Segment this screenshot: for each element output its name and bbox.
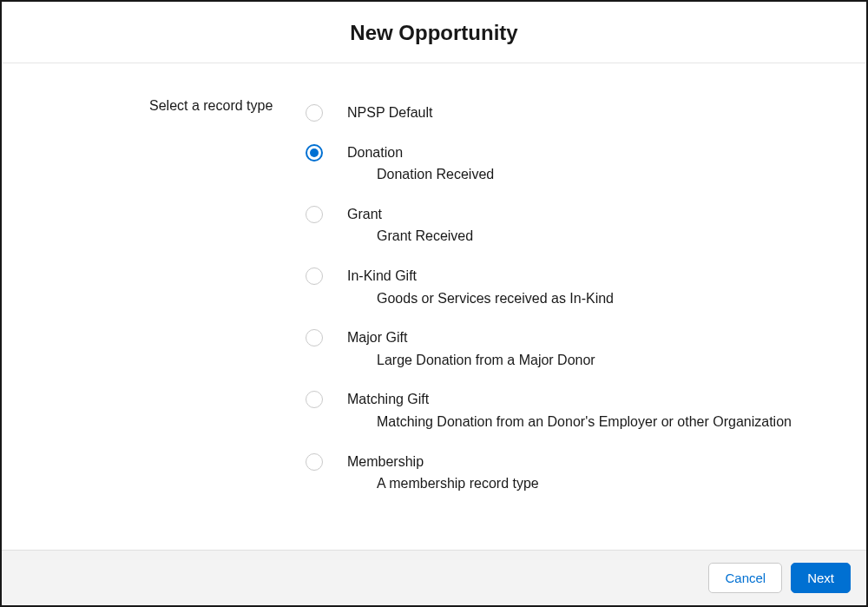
option-label: Membership bbox=[347, 452, 539, 472]
option-text: In-Kind GiftGoods or Services received a… bbox=[347, 267, 614, 307]
modal-title: New Opportunity bbox=[2, 21, 866, 45]
new-opportunity-modal: New Opportunity Select a record type NPS… bbox=[0, 0, 868, 607]
option-description: Goods or Services received as In-Kind bbox=[347, 289, 614, 308]
record-type-options: NPSP DefaultDonationDonation ReceivedGra… bbox=[306, 93, 849, 504]
radio-button[interactable] bbox=[306, 267, 323, 285]
radio-button[interactable] bbox=[306, 104, 323, 122]
radio-button[interactable] bbox=[306, 453, 323, 471]
record-type-option[interactable]: Matching GiftMatching Donation from an D… bbox=[306, 379, 849, 441]
record-type-option[interactable]: In-Kind GiftGoods or Services received a… bbox=[306, 256, 849, 318]
option-label: In-Kind Gift bbox=[347, 267, 614, 286]
radio-button[interactable] bbox=[306, 329, 323, 346]
option-description: Donation Received bbox=[347, 165, 494, 184]
option-text: GrantGrant Received bbox=[347, 205, 473, 246]
radio-button[interactable] bbox=[306, 144, 323, 162]
option-label: Donation bbox=[347, 143, 494, 162]
option-text: Matching GiftMatching Donation from an D… bbox=[347, 390, 792, 431]
record-type-option[interactable]: GrantGrant Received bbox=[306, 195, 849, 256]
option-text: NPSP Default bbox=[347, 103, 432, 122]
option-description: Matching Donation from an Donor's Employ… bbox=[347, 412, 792, 432]
option-description: Large Donation from a Major Donor bbox=[347, 351, 595, 370]
option-text: MembershipA membership record type bbox=[347, 452, 539, 493]
option-description: Grant Received bbox=[347, 227, 473, 246]
cancel-button[interactable]: Cancel bbox=[708, 563, 782, 593]
option-label: NPSP Default bbox=[347, 103, 432, 122]
option-label: Major Gift bbox=[347, 328, 595, 347]
modal-header: New Opportunity bbox=[2, 2, 866, 63]
record-type-option[interactable]: DonationDonation Received bbox=[306, 133, 849, 195]
option-description: A membership record type bbox=[347, 474, 539, 493]
radio-button[interactable] bbox=[306, 391, 323, 408]
option-label: Matching Gift bbox=[347, 390, 792, 409]
radio-button[interactable] bbox=[306, 206, 323, 223]
option-text: DonationDonation Received bbox=[347, 143, 494, 184]
modal-footer: Cancel Next bbox=[2, 550, 866, 605]
modal-body: Select a record type NPSP DefaultDonatio… bbox=[2, 63, 866, 550]
record-type-option[interactable]: NPSP Default bbox=[306, 93, 849, 133]
record-type-option[interactable]: Major GiftLarge Donation from a Major Do… bbox=[306, 318, 849, 379]
record-type-field-label: Select a record type bbox=[19, 98, 306, 114]
option-label: Grant bbox=[347, 205, 473, 224]
record-type-option[interactable]: MembershipA membership record type bbox=[306, 442, 849, 504]
option-text: Major GiftLarge Donation from a Major Do… bbox=[347, 328, 595, 369]
next-button[interactable]: Next bbox=[791, 563, 851, 593]
